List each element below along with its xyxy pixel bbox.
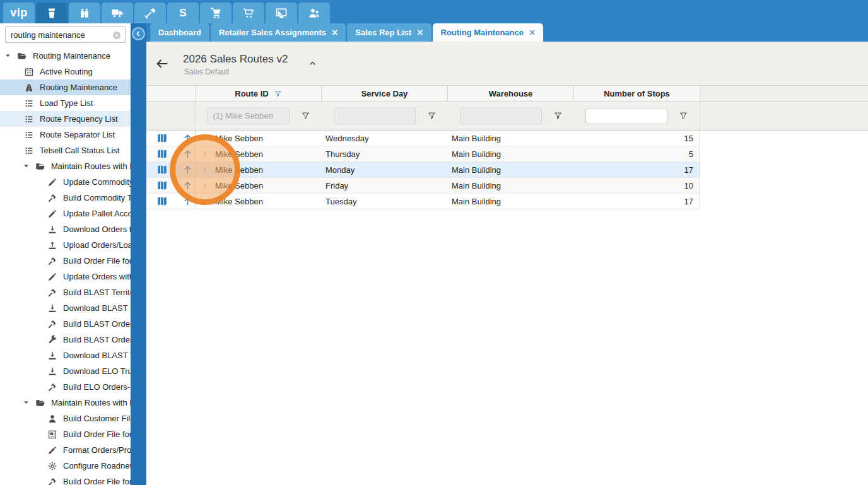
doc-tab-routing-maintenance[interactable]: Routing Maintenance× [433,23,544,42]
sidebar-item-build-blast-orders[interactable]: Build BLAST Orders [0,316,131,332]
table-row[interactable]: Mike SebbenWednesdayMain Building15 [146,131,700,146]
tab-close-icon[interactable]: × [332,28,337,38]
sidebar-item-update-commodity[interactable]: Update Commodity [0,174,131,190]
sidebar-search-input[interactable] [5,26,126,43]
topbar-tab-cart[interactable] [233,3,264,23]
sidebar-item-routing-maintenance[interactable]: Routing Maintenance [0,48,131,64]
sidebar-item-label: Routing Maintenance [33,51,110,61]
collapse-header-caret-up-icon[interactable] [308,59,317,68]
map-icon[interactable] [156,180,168,191]
sidebar-item-update-pallet-accou[interactable]: Update Pallet Accou [0,206,131,221]
folder-open-icon [17,51,27,61]
column-header-service-day[interactable]: Service Day [322,86,448,101]
topbar-tab-truck[interactable] [102,3,133,23]
sidebar-item-build-customer-file[interactable]: Build Customer File [0,411,131,426]
back-arrow-icon[interactable] [155,57,169,71]
chevron-right-icon[interactable] [201,197,209,206]
cell-service-day: Wednesday [322,131,448,146]
arrow-up-icon[interactable] [182,196,193,207]
sidebar-item-format-orders-proc[interactable]: Format Orders/Proc [0,442,131,458]
pen-icon [47,272,57,282]
topbar-tab-binoculars[interactable] [69,3,100,23]
sidebar-item-label: Maintain Routes with R [51,398,131,407]
funnel-icon[interactable] [301,111,310,120]
arrow-up-icon[interactable] [182,165,193,175]
sidebar-item-route-separator-list[interactable]: Route Separator List [0,127,131,143]
topbar-tab-user-add[interactable] [298,3,330,23]
warehouse-filter-input[interactable] [460,108,542,124]
monitor-icon [275,7,288,20]
doc-tab-retailer-sales-assignments[interactable]: Retailer Sales Assignments× [211,23,346,42]
chevron-right-icon[interactable] [201,134,209,143]
binoculars-icon [78,7,91,20]
route-id-value: Mike Sebben [215,197,263,206]
table-row[interactable]: Mike SebbenMondayMain Building17 [146,162,700,178]
topbar-tab-dollar[interactable]: S [167,3,199,23]
sidebar-item-route-frequency-list[interactable]: Route Frequency List [0,111,131,127]
map-icon[interactable] [156,148,168,160]
column-header-label: Warehouse [489,89,533,98]
sidebar-item-telsell-call-status-list[interactable]: Telsell Call Status List [0,143,131,158]
filter-cell-service-day [322,102,448,130]
map-icon[interactable] [156,196,168,207]
sidebar-item-build-commodity-ty[interactable]: Build Commodity Ty [0,190,131,206]
tab-close-icon[interactable]: × [529,28,535,38]
arrow-up-icon[interactable] [182,133,193,144]
sidebar-item-load-type-list[interactable]: Load Type List [0,95,131,111]
funnel-icon[interactable] [553,111,563,120]
sidebar-item-configure-roadnet[interactable]: Configure Roadnet [0,458,131,474]
sidebar-item-routing-maintenance[interactable]: Routing Maintenance [0,79,131,95]
sidebar-item-build-order-file-for[interactable]: Build Order File for [0,474,131,485]
sidebar-item-download-blast-f[interactable]: Download BLAST F [0,300,131,316]
tab-close-icon[interactable]: × [417,28,423,38]
sidebar-item-label: Download ELO Tru [63,366,131,376]
sidebar-collapse-button[interactable] [132,27,145,40]
sidebar-item-build-order-file-for[interactable]: Build Order File for [0,253,131,269]
funnel-icon[interactable] [427,111,437,120]
service-day-value: Monday [326,165,355,175]
sidebar-item-maintain-routes-with-r[interactable]: Maintain Routes with R [0,158,131,174]
topbar-tab-monitor[interactable] [266,3,297,23]
table-row[interactable]: Mike SebbenTuesdayMain Building17 [146,194,700,209]
route-id-filter-input[interactable] [208,108,290,124]
hammer-icon [47,193,57,203]
service-day-filter-input[interactable] [334,108,416,124]
sidebar-item-build-elo-orders-b[interactable]: Build ELO Orders-b [0,379,131,395]
keg-icon [45,7,58,20]
chevron-right-icon[interactable] [201,182,209,190]
topbar-tab-spade[interactable] [134,3,166,23]
column-header-route-id[interactable]: Route ID [196,86,322,101]
map-icon[interactable] [156,164,168,175]
column-header-warehouse[interactable]: Warehouse [448,86,574,101]
search-clear-icon[interactable] [112,30,122,40]
sidebar-item-build-blast-territo[interactable]: Build BLAST Territo [0,284,131,300]
doc-tab-dashboard[interactable]: Dashboard [150,23,209,42]
sidebar-item-download-blast-t[interactable]: Download BLAST T [0,348,131,363]
doc-tab-sales-rep-list[interactable]: Sales Rep List× [347,23,431,42]
sidebar-item-label: Build ELO Orders-b [63,382,131,392]
number-of-stops-filter-input[interactable] [585,108,667,124]
sidebar-item-build-order-file-for[interactable]: Build Order File for [0,426,131,442]
funnel-icon[interactable] [679,111,688,120]
sidebar-item-download-orders-to[interactable]: Download Orders to [0,221,131,237]
sidebar-item-label: Route Frequency List [40,114,118,124]
map-icon[interactable] [156,132,168,144]
table-row[interactable]: Mike SebbenThursdayMain Building5 [146,146,700,162]
sidebar-item-active-routing[interactable]: Active Routing [0,64,131,79]
sidebar-item-update-orders-with[interactable]: Update Orders with [0,269,131,284]
cell-route-id: Mike Sebben [196,146,322,161]
topbar-tab-cart-full[interactable] [200,3,232,23]
sidebar-item-maintain-routes-with-r[interactable]: Maintain Routes with R [0,395,131,411]
table-row[interactable]: Mike SebbenFridayMain Building10 [146,178,700,194]
chevron-right-icon[interactable] [201,166,209,174]
sidebar-item-download-elo-tru[interactable]: Download ELO Tru [0,363,131,379]
column-header-number-of-stops[interactable]: Number of Stops [574,86,700,101]
sidebar-item-upload-orders-load[interactable]: Upload Orders/Load [0,237,131,253]
sidebar-item-build-blast-orders[interactable]: Build BLAST Orders [0,332,131,348]
chevron-right-icon[interactable] [201,150,209,158]
topbar-tab-keg[interactable] [36,3,67,23]
arrow-up-icon[interactable] [182,180,193,191]
vip-logo-tab[interactable]: vip [3,3,35,23]
pen-icon [47,445,57,455]
arrow-up-icon[interactable] [182,149,193,160]
